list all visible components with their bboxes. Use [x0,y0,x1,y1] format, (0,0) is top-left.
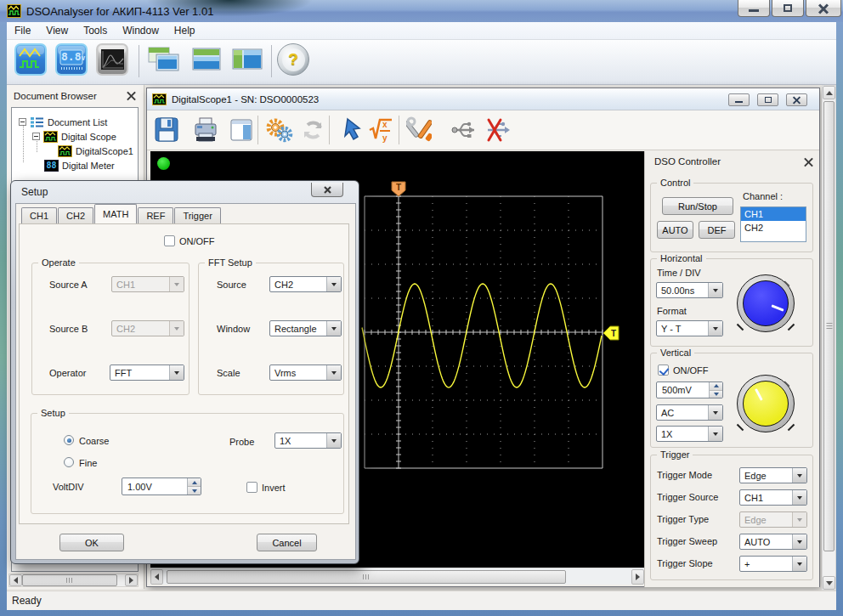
probe-combo[interactable]: 1X [656,426,723,442]
format-combo[interactable]: Y - T [656,320,723,336]
trigger-mode-combo[interactable]: Edge [739,467,807,483]
time-div-combo[interactable]: 50.00ns [656,282,723,298]
scroll-thumb[interactable] [823,101,835,551]
dropdown-arrow-icon[interactable] [792,557,806,571]
child-close-button[interactable] [786,93,807,106]
menu-view[interactable]: View [38,23,76,38]
child-restore-button[interactable] [757,93,778,106]
dropdown-arrow-icon[interactable] [792,468,806,483]
tools-button[interactable] [406,116,432,144]
scroll-left-button[interactable] [150,569,163,585]
dropdown-arrow-icon[interactable] [326,433,341,448]
tree-item-digital-scope[interactable]: Digital Scope [32,129,116,144]
coupling-combo[interactable]: AC [656,404,723,421]
trigger-sweep-combo[interactable]: AUTO [739,534,807,550]
dropdown-arrow-icon[interactable] [708,321,722,336]
menu-file[interactable]: File [7,23,38,38]
panel-layout-button[interactable] [229,116,254,144]
operator-combo[interactable]: FFT [110,365,184,381]
trigger-source-combo[interactable]: CH1 [739,489,807,506]
def-button[interactable]: DEF [699,221,735,239]
voltdiv-spinner[interactable]: 1.00V [122,478,201,495]
dropdown-arrow-icon[interactable] [326,321,341,336]
fft-scale-combo[interactable]: Vrms [269,365,342,381]
spin-down-button[interactable] [710,391,722,398]
tree-item-digital-meter[interactable]: 88 Digital Meter [44,158,115,172]
maximize-button[interactable] [772,0,804,17]
scroll-right-button[interactable] [125,574,138,586]
refresh-button[interactable] [300,116,325,144]
collapse-icon[interactable] [32,133,40,140]
tab-ch2[interactable]: CH2 [58,207,93,223]
scroll-up-button[interactable] [823,86,835,99]
coarse-radio[interactable] [64,435,74,445]
invert-checkbox[interactable] [246,482,257,493]
tree-item-document-list[interactable]: Document List [19,115,107,129]
scroll-thumb[interactable] [167,570,566,584]
minimize-button[interactable] [738,0,770,17]
vertical-onoff-checkbox[interactable] [658,365,669,376]
scroll-left-button[interactable] [9,574,22,586]
cancel-button[interactable]: Cancel [257,534,317,551]
panel-close-icon[interactable] [126,91,137,102]
tab-ch1[interactable]: CH1 [21,207,57,223]
spin-up-button[interactable] [188,478,201,487]
settings-gears-button[interactable] [264,116,295,144]
scroll-right-button[interactable] [631,569,644,585]
spin-up-button[interactable] [710,382,722,391]
scroll-down-button[interactable] [823,576,835,590]
setup-dialog-titlebar[interactable]: Setup [11,181,359,203]
horizontal-knob[interactable] [737,274,795,332]
main-titlebar[interactable]: DSOAnalyser for АКИП-4113 Ver 1.01 [0,0,843,22]
dialog-probe-combo[interactable]: 1X [274,432,342,449]
fine-radio[interactable] [64,457,74,467]
usb-disconnect-button[interactable] [484,116,512,144]
channel-option-ch2[interactable]: CH2 [741,221,806,235]
new-chart-button[interactable] [95,42,129,76]
dropdown-arrow-icon[interactable] [326,365,341,380]
scroll-thumb[interactable] [22,574,117,586]
auto-button[interactable]: AUTO [657,221,693,239]
dropdown-arrow-icon[interactable] [708,283,722,297]
close-button[interactable] [806,0,841,17]
collapse-icon[interactable] [19,118,26,126]
dropdown-arrow-icon[interactable] [708,427,722,441]
tile-horizontal-button[interactable] [189,42,224,76]
fft-window-combo[interactable]: Rectangle [269,320,342,336]
scope-window-titlebar[interactable]: DigitalScope1 - SN: DSO0000523 [147,88,819,110]
panel-close-icon[interactable] [803,157,812,167]
spin-down-button[interactable] [188,487,201,494]
menu-window[interactable]: Window [115,23,167,38]
vertical-knob[interactable] [737,375,795,432]
help-button[interactable]: ? [277,43,309,76]
channel-option-ch1[interactable]: CH1 [741,207,806,221]
menu-tools[interactable]: Tools [76,23,115,38]
child-minimize-button[interactable] [728,93,750,106]
scope-hscrollbar[interactable] [150,568,644,585]
fft-source-combo[interactable]: CH2 [269,276,342,292]
setup-dialog-close-button[interactable] [311,183,343,197]
tree-item-digitalscope1[interactable]: DigitalScope1 [58,144,133,158]
cascade-windows-button[interactable] [145,42,181,76]
trigger-slope-combo[interactable]: + [739,556,807,572]
tab-ref[interactable]: REF [138,207,173,223]
new-digital-meter-button[interactable]: 8.8v [54,42,88,76]
math-onoff-checkbox[interactable] [164,235,175,246]
workspace-vscrollbar[interactable] [822,85,836,591]
dropdown-arrow-icon[interactable] [326,277,341,291]
dropdown-arrow-icon[interactable] [792,490,806,505]
tile-vertical-button[interactable] [229,42,265,76]
document-browser-hscrollbar[interactable] [8,574,139,587]
cursor-button[interactable] [342,116,365,144]
menu-help[interactable]: Help [167,23,203,38]
usb-connect-button[interactable] [451,116,480,144]
print-button[interactable] [193,116,218,144]
dropdown-arrow-icon[interactable] [169,365,184,380]
channel-listbox[interactable]: CH1 CH2 [740,206,806,242]
dropdown-arrow-icon[interactable] [708,405,722,420]
tab-trigger[interactable]: Trigger [174,207,220,223]
new-digital-scope-button[interactable] [14,42,48,76]
tab-math[interactable]: MATH [94,204,137,223]
volt-div-spinner[interactable]: 500mV [656,381,723,398]
dropdown-arrow-icon[interactable] [792,534,806,549]
